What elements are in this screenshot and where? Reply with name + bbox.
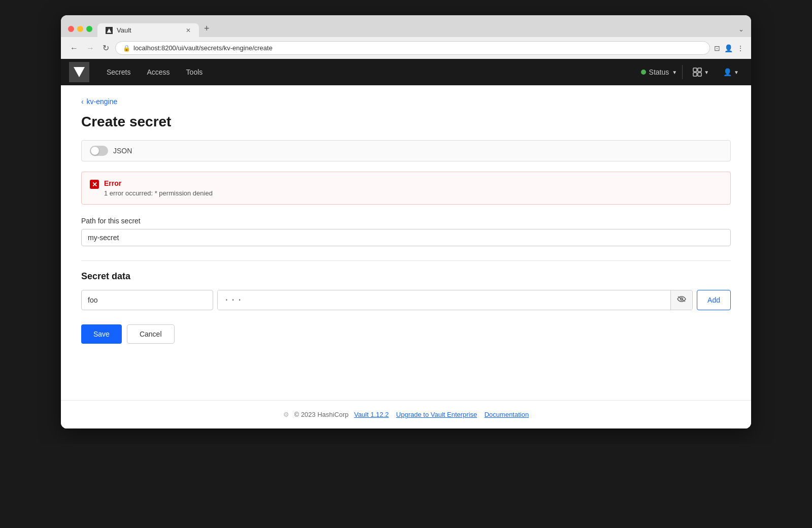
footer-version-link[interactable]: Vault 1.12.2 xyxy=(354,411,389,418)
nav-access[interactable]: Access xyxy=(140,64,177,80)
vault-navbar: Secrets Access Tools Status ▼ xyxy=(61,59,751,85)
address-bar[interactable]: 🔒 localhost:8200/ui/vault/secrets/kv-eng… xyxy=(115,41,710,55)
secret-data-row: Add xyxy=(81,290,731,310)
traffic-light-green[interactable] xyxy=(86,26,92,32)
svg-text:✕: ✕ xyxy=(92,181,97,188)
tab-title: Vault xyxy=(117,26,131,34)
footer-docs-link[interactable]: Documentation xyxy=(484,411,528,418)
error-title: Error xyxy=(104,179,213,187)
vault-content: ‹ kv-engine Create secret JSON ✕ xyxy=(61,85,751,400)
footer-logo-icon: ⚙ xyxy=(283,411,289,418)
toggle-visibility-button[interactable] xyxy=(670,290,692,310)
status-indicator[interactable]: Status ▼ xyxy=(636,65,683,79)
user-icon[interactable]: 👤 xyxy=(724,44,733,52)
svg-rect-4 xyxy=(693,73,697,76)
path-section: Path for this secret xyxy=(81,217,731,246)
action-buttons: Save Cancel xyxy=(81,324,731,344)
svg-rect-2 xyxy=(693,68,697,72)
window-controls: ⌄ xyxy=(738,25,744,37)
breadcrumb: ‹ kv-engine xyxy=(81,97,731,106)
json-toggle-bar: JSON xyxy=(81,140,731,161)
json-toggle-label: JSON xyxy=(113,147,132,155)
page-title: Create secret xyxy=(81,114,731,130)
forward-button[interactable]: → xyxy=(84,43,96,54)
json-toggle[interactable] xyxy=(90,146,108,156)
tab-close-button[interactable]: ✕ xyxy=(186,27,191,34)
vault-nav-links: Secrets Access Tools xyxy=(99,64,210,80)
active-tab[interactable]: Vault ✕ xyxy=(97,23,199,37)
cancel-button[interactable]: Cancel xyxy=(127,324,175,344)
footer-upgrade-link[interactable]: Upgrade to Vault Enterprise xyxy=(396,411,477,418)
reload-button[interactable]: ↻ xyxy=(100,42,111,54)
traffic-light-yellow[interactable] xyxy=(77,26,83,32)
nav-secrets[interactable]: Secrets xyxy=(99,64,138,80)
new-tab-button[interactable]: + xyxy=(199,20,215,37)
cluster-icon xyxy=(693,68,702,77)
breadcrumb-link[interactable]: kv-engine xyxy=(87,97,118,106)
vault-app: Secrets Access Tools Status ▼ xyxy=(61,59,751,428)
vault-logo xyxy=(69,62,89,82)
eye-slash-icon xyxy=(677,295,686,303)
menu-icon[interactable]: ⋮ xyxy=(737,44,744,52)
lock-icon: 🔒 xyxy=(123,45,130,52)
cluster-chevron: ▼ xyxy=(704,70,709,75)
nav-tools[interactable]: Tools xyxy=(179,64,210,80)
error-box: ✕ Error 1 error occurred: * permission d… xyxy=(81,172,731,205)
tab-favicon xyxy=(106,27,113,34)
vault-triangle-icon xyxy=(74,67,85,77)
traffic-light-red[interactable] xyxy=(68,26,74,32)
error-icon: ✕ xyxy=(90,180,99,191)
value-wrapper xyxy=(217,290,693,310)
reading-view-icon[interactable]: ⊡ xyxy=(714,44,720,52)
path-input[interactable] xyxy=(81,229,731,246)
svg-rect-5 xyxy=(698,73,701,76)
error-content: Error 1 error occurred: * permission den… xyxy=(104,179,213,197)
user-chevron: ▼ xyxy=(734,70,739,75)
breadcrumb-arrow: ‹ xyxy=(81,97,84,106)
save-button[interactable]: Save xyxy=(81,324,122,344)
vault-footer: ⚙ © 2023 HashiCorp Vault 1.12.2 Upgrade … xyxy=(61,400,751,428)
browser-toolbar: ← → ↻ 🔒 localhost:8200/ui/vault/secrets/… xyxy=(61,37,751,59)
add-button[interactable]: Add xyxy=(697,290,731,310)
secret-data-section: Secret data xyxy=(81,271,731,310)
cluster-icon-button[interactable]: ▼ xyxy=(689,64,713,80)
back-button[interactable]: ← xyxy=(68,43,80,54)
error-message: 1 error occurred: * permission denied xyxy=(104,189,213,197)
status-label: Status xyxy=(649,68,669,76)
secret-data-label: Secret data xyxy=(81,271,731,282)
path-label: Path for this secret xyxy=(81,217,731,225)
footer-copyright: © 2023 HashiCorp xyxy=(294,411,349,418)
url-text: localhost:8200/ui/vault/secrets/kv-engin… xyxy=(133,44,273,52)
vault-navbar-right: Status ▼ ▼ 👤 ▼ xyxy=(636,64,743,80)
key-input[interactable] xyxy=(81,290,213,310)
toolbar-right: ⊡ 👤 ⋮ xyxy=(714,44,744,52)
user-menu-button[interactable]: 👤 ▼ xyxy=(719,65,743,79)
form-divider xyxy=(81,260,731,261)
user-avatar-icon: 👤 xyxy=(723,68,732,76)
status-dot xyxy=(641,70,646,75)
value-input[interactable] xyxy=(218,290,670,310)
status-chevron-icon: ▼ xyxy=(672,70,677,75)
svg-rect-3 xyxy=(698,68,701,72)
